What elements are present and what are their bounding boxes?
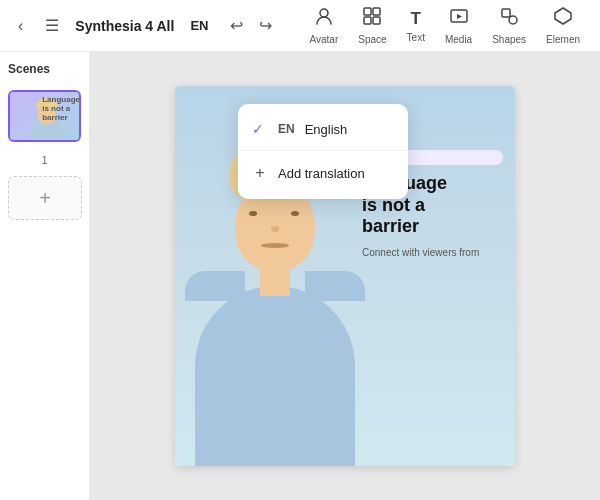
scene-thumb-inner: Languageis not abarrier xyxy=(10,92,81,140)
svg-point-0 xyxy=(320,9,328,17)
space-label: Space xyxy=(358,34,386,45)
top-bar: ‹ ☰ Synthesia 4 All EN ↩ ↪ Avatar Spac xyxy=(0,0,600,52)
add-scene-icon: + xyxy=(39,187,51,210)
elements-icon xyxy=(553,6,573,31)
shapes-icon xyxy=(499,6,519,31)
svg-rect-1 xyxy=(364,8,371,15)
top-bar-left: ‹ ☰ Synthesia 4 All EN ↩ ↪ xyxy=(12,12,278,39)
svg-rect-4 xyxy=(373,17,380,24)
dropdown-label-english: English xyxy=(305,122,348,137)
main-layout: Scenes Languageis not abarrier 1 + xyxy=(0,52,600,500)
back-icon: ‹ xyxy=(18,17,23,35)
sidebar: Scenes Languageis not abarrier 1 + xyxy=(0,52,90,500)
plus-icon: + xyxy=(252,164,268,182)
language-button[interactable]: EN xyxy=(184,14,214,37)
dropdown-item-english[interactable]: ✓ EN English xyxy=(238,112,408,146)
toolbar-avatar[interactable]: Avatar xyxy=(301,2,346,49)
slide-subtext: Connect with viewers from xyxy=(362,246,503,260)
text-label: Text xyxy=(407,32,425,43)
scenes-label: Scenes xyxy=(8,62,81,76)
app-title: Synthesia 4 All xyxy=(75,18,174,34)
undo-icon: ↩ xyxy=(230,16,243,35)
toolbar-text[interactable]: T Text xyxy=(399,5,433,47)
headline-line3: barrier xyxy=(362,216,419,236)
checkmark-icon: ✓ xyxy=(252,121,268,137)
add-scene-button[interactable]: + xyxy=(8,176,82,220)
svg-rect-6 xyxy=(502,9,510,17)
svg-marker-8 xyxy=(555,8,571,24)
media-label: Media xyxy=(445,34,472,45)
menu-icon: ☰ xyxy=(45,16,59,35)
toolbar-space[interactable]: Space xyxy=(350,2,394,49)
language-dropdown: ✓ EN English + Add translation xyxy=(238,104,408,199)
svg-point-7 xyxy=(509,16,517,24)
dropdown-divider xyxy=(238,150,408,151)
undo-redo-group: ↩ ↪ xyxy=(224,12,278,39)
undo-button[interactable]: ↩ xyxy=(224,12,249,39)
dropdown-label-add-translation: Add translation xyxy=(278,166,365,181)
svg-rect-2 xyxy=(373,8,380,15)
scene-number: 1 xyxy=(8,154,81,166)
elements-label: Elemen xyxy=(546,34,580,45)
person-shoulder-left xyxy=(185,271,245,301)
media-icon xyxy=(449,6,469,31)
lang-code-en: EN xyxy=(278,122,295,136)
menu-button[interactable]: ☰ xyxy=(39,12,65,39)
svg-rect-3 xyxy=(364,17,371,24)
text-icon: T xyxy=(411,9,421,29)
toolbar-shapes[interactable]: Shapes xyxy=(484,2,534,49)
space-icon xyxy=(362,6,382,31)
avatar-icon xyxy=(314,6,334,31)
toolbar-right: Avatar Space T Text Media Shapes xyxy=(301,2,588,49)
scene-thumbnail-1[interactable]: Languageis not abarrier xyxy=(8,90,81,142)
back-button[interactable]: ‹ xyxy=(12,13,29,39)
avatar-label: Avatar xyxy=(309,34,338,45)
dropdown-item-add-translation[interactable]: + Add translation xyxy=(238,155,408,191)
shapes-label: Shapes xyxy=(492,34,526,45)
redo-button[interactable]: ↪ xyxy=(253,12,278,39)
person-shirt xyxy=(195,286,355,466)
redo-icon: ↪ xyxy=(259,16,272,35)
canvas-area: ✦ NEW Language is not a barrier Connect … xyxy=(90,52,600,500)
toolbar-elements[interactable]: Elemen xyxy=(538,2,588,49)
toolbar-media[interactable]: Media xyxy=(437,2,480,49)
